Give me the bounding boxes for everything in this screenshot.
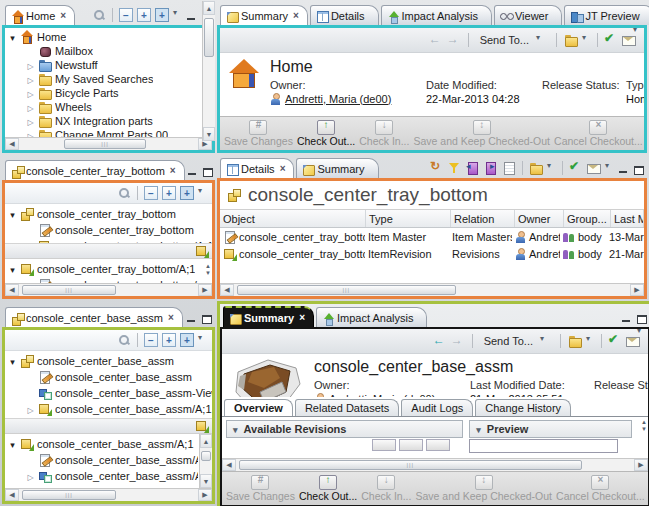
separator[interactable] bbox=[601, 334, 602, 348]
tree-item[interactable]: NX Integration parts bbox=[5, 114, 199, 128]
scroll-up-button[interactable]: ▲ bbox=[200, 434, 212, 448]
tab[interactable]: Summary × bbox=[220, 5, 308, 25]
send-to-button[interactable]: Send To... bbox=[480, 334, 553, 348]
separator[interactable] bbox=[522, 161, 523, 175]
tree-item[interactable]: console_center_base_assm/A;1 bbox=[5, 401, 212, 417]
view-menu-chevron-icon[interactable] bbox=[605, 164, 614, 173]
expander[interactable] bbox=[26, 116, 35, 127]
tab[interactable]: Details × bbox=[220, 158, 294, 178]
view-menu-chevron-icon[interactable] bbox=[633, 28, 642, 37]
vertical-scrollbar[interactable]: ▲ ▼ bbox=[202, 1, 215, 141]
table-row[interactable]: console_center_tray_bottor Item Master I… bbox=[220, 228, 644, 245]
collapse-all-icon[interactable] bbox=[119, 8, 133, 22]
tree-item[interactable]: Home bbox=[5, 30, 199, 44]
separator[interactable] bbox=[597, 33, 598, 47]
export-csv-icon[interactable] bbox=[502, 161, 516, 175]
tree-item[interactable]: Bicycle Parts bbox=[5, 86, 199, 100]
tree-item[interactable]: Wheels bbox=[5, 100, 199, 114]
back-icon[interactable] bbox=[429, 33, 443, 47]
tab-home[interactable]: Home × bbox=[5, 5, 75, 25]
close-icon[interactable]: × bbox=[60, 11, 66, 21]
tree-item[interactable]: Change Mgmt Parts 00 bbox=[5, 128, 199, 137]
expand-icon[interactable] bbox=[137, 8, 151, 22]
dropdown-chevron-icon[interactable] bbox=[586, 337, 595, 346]
back-icon[interactable] bbox=[433, 334, 447, 348]
check-out-button[interactable]: Check Out... bbox=[295, 119, 357, 149]
expander[interactable] bbox=[26, 404, 35, 415]
import-icon[interactable] bbox=[466, 161, 480, 175]
cancel-checkout-button[interactable]: Cancel Checkout... bbox=[552, 119, 645, 149]
subtab[interactable]: Overview bbox=[224, 399, 293, 416]
expander[interactable] bbox=[8, 32, 17, 43]
tree-item[interactable]: console_center_tray_bottom/A;1 bbox=[5, 238, 212, 243]
expand-icon[interactable] bbox=[162, 333, 176, 347]
save-and-keep-checked-out-button[interactable]: Save and Keep Checked-Out bbox=[411, 119, 552, 149]
envelope-icon[interactable] bbox=[587, 161, 601, 175]
open-in-folder-icon[interactable] bbox=[564, 33, 578, 47]
close-icon[interactable]: × bbox=[280, 164, 286, 174]
available-revisions-section[interactable]: Available Revisions bbox=[226, 420, 463, 438]
tab[interactable]: Summary × bbox=[223, 306, 314, 327]
tree-item[interactable]: console_center_tray_bottom bbox=[5, 222, 212, 238]
search-icon[interactable] bbox=[92, 8, 106, 22]
owner-link[interactable]: Andretti, Maria (de00) bbox=[285, 93, 391, 105]
horizontal-scrollbar[interactable]: ◀ ||| ▶ bbox=[5, 488, 212, 501]
minimize-icon[interactable] bbox=[618, 165, 629, 175]
forward-icon[interactable] bbox=[447, 33, 461, 47]
maximize-icon[interactable] bbox=[636, 314, 647, 324]
scroll-left-button[interactable]: ◀ bbox=[5, 489, 19, 501]
tab-console-center-tray-bottom[interactable]: console_center_tray_bottom × bbox=[5, 160, 185, 180]
expander[interactable] bbox=[26, 241, 35, 244]
expander[interactable] bbox=[8, 264, 17, 275]
tree-item[interactable]: My Saved Searches bbox=[5, 72, 199, 86]
expander[interactable] bbox=[26, 88, 35, 99]
expander[interactable] bbox=[26, 102, 35, 113]
tree-item[interactable]: console_center_base_assm/A;1 bbox=[5, 436, 198, 452]
preview-section[interactable]: Preview bbox=[469, 420, 632, 438]
expander[interactable] bbox=[26, 130, 35, 138]
export-icon[interactable] bbox=[484, 161, 498, 175]
scroll-down-button[interactable]: ▼ bbox=[203, 127, 215, 141]
scroll-left-button[interactable]: ◀ bbox=[220, 284, 234, 296]
open-in-folder-icon[interactable] bbox=[568, 334, 582, 348]
separator[interactable] bbox=[137, 333, 138, 347]
mini-scroll-arrows[interactable]: ▲▼ bbox=[205, 263, 211, 276]
filter-icon[interactable] bbox=[448, 161, 462, 175]
search-icon[interactable] bbox=[117, 333, 131, 347]
tree-item[interactable]: Newstuff bbox=[5, 58, 199, 72]
refresh-icon[interactable] bbox=[430, 161, 444, 175]
tree-item[interactable]: console_center_base_assm-View bbox=[5, 385, 212, 401]
minimize-icon[interactable] bbox=[186, 314, 197, 324]
maximize-icon[interactable] bbox=[633, 165, 644, 175]
tree-item[interactable]: console_center_base_assm bbox=[5, 353, 212, 369]
apply-markup-icon[interactable] bbox=[604, 33, 618, 47]
scroll-down-button[interactable]: ▼ bbox=[200, 474, 212, 488]
expander[interactable] bbox=[26, 60, 35, 71]
tab-console-center-base-assm[interactable]: console_center_base_assm × bbox=[5, 307, 183, 327]
close-icon[interactable]: × bbox=[168, 313, 174, 323]
apply-markup-icon[interactable] bbox=[569, 161, 583, 175]
tab[interactable]: JT Preview bbox=[564, 5, 649, 25]
scroll-left-button[interactable]: ◀ bbox=[5, 284, 19, 296]
scroll-right-button[interactable]: ▶ bbox=[198, 489, 212, 501]
minimize-icon[interactable] bbox=[621, 314, 632, 324]
check-in-button[interactable]: Check In... bbox=[359, 474, 413, 504]
tab[interactable]: Details bbox=[310, 5, 379, 25]
horizontal-scrollbar[interactable]: ◀ ||| ▶ bbox=[220, 283, 644, 296]
section-collapse-icon[interactable] bbox=[476, 423, 481, 435]
cancel-checkout-button[interactable]: Cancel Checkout... bbox=[554, 474, 647, 504]
close-icon[interactable]: × bbox=[299, 313, 305, 323]
table-header[interactable]: Object Type Relation Owner Group... Last… bbox=[220, 209, 644, 228]
expander[interactable] bbox=[26, 74, 35, 85]
collapse-all-icon[interactable] bbox=[144, 186, 158, 200]
save-and-keep-checked-out-button[interactable]: Save and Keep Checked-Out bbox=[413, 474, 554, 504]
subtab[interactable]: Related Datasets bbox=[295, 399, 399, 416]
column-relation[interactable]: Relation bbox=[451, 210, 515, 227]
expander[interactable] bbox=[8, 356, 17, 367]
subtab[interactable]: Change History bbox=[475, 399, 571, 416]
collapse-all-icon[interactable] bbox=[144, 333, 158, 347]
expand-icon[interactable] bbox=[162, 186, 176, 200]
table-row[interactable]: console_center_tray_bottor ItemRevision … bbox=[220, 245, 644, 262]
separator[interactable] bbox=[137, 186, 138, 200]
tree-item[interactable]: Mailbox bbox=[5, 44, 199, 58]
